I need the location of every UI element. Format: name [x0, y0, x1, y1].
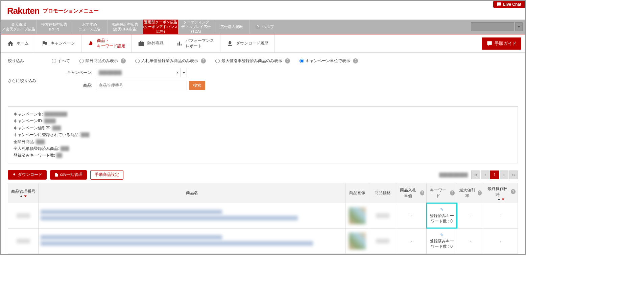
filter-label: 絞り込み — [8, 58, 52, 64]
flag-icon — [41, 40, 48, 47]
table-row: - ✎ 登録済みキーワード数 : 0 - - — [8, 203, 518, 228]
subnav-product-keyword[interactable]: 商品・キーワード設定 — [81, 34, 132, 52]
radio-bid[interactable]: 入札単価登録済み商品のみ表示? — [135, 58, 206, 64]
pager-prev[interactable]: ‹ — [481, 170, 490, 179]
user-name-box — [471, 22, 514, 31]
subnav-campaign[interactable]: キャンペーン — [35, 34, 81, 52]
sort-asc-icon[interactable] — [20, 195, 23, 197]
chart-icon — [176, 40, 183, 47]
radio-campaign[interactable]: キャンペーン単位で表示? — [300, 58, 358, 64]
col-date[interactable]: 最終操作日時? — [484, 183, 518, 203]
subnav-performance[interactable]: パフォーマンスレポート — [170, 34, 220, 52]
live-chat-label: Live Chat — [503, 2, 521, 7]
campaign-info-box: キャンペーン名: ████████ キャンペーンID: ████ キャンペーン値… — [8, 106, 518, 163]
chevron-down-icon — [183, 72, 185, 74]
product-input-label: 商品: — [52, 83, 96, 88]
subnav-download-history[interactable]: ダウンロード履歴 — [220, 34, 275, 52]
sub-filter-label: さらに絞り込み — [8, 78, 52, 84]
radio-excluded[interactable]: 除外商品のみ表示? — [79, 58, 126, 64]
pager-first[interactable]: ‹‹ — [471, 170, 480, 179]
cell-date: - — [484, 203, 518, 228]
help-icon[interactable]: ? — [450, 190, 455, 195]
sub-nav: ホーム キャンペーン 商品・キーワード設定 除外商品 パフォーマンスレポート ダ… — [1, 34, 525, 53]
help-icon[interactable]: ? — [353, 58, 358, 63]
col-name: 商品名 — [39, 183, 345, 203]
help-link[interactable]: ? ヘルプ — [249, 20, 279, 34]
guide-icon — [486, 41, 493, 47]
edit-icon[interactable]: ✎ — [429, 233, 455, 238]
sort-desc-icon[interactable] — [24, 195, 27, 197]
dropdown-toggle[interactable] — [181, 68, 187, 77]
cell-price — [369, 203, 396, 228]
help-icon[interactable]: ? — [285, 58, 290, 63]
radio-all[interactable]: すべて — [52, 58, 70, 64]
chevron-down-icon — [518, 26, 520, 28]
user-menu[interactable] — [471, 20, 525, 34]
clear-icon[interactable]: x — [174, 70, 181, 75]
nav-rakuten-group[interactable]: 楽天市場／楽天グループ広告 — [1, 20, 37, 34]
manual-product-button[interactable]: 手動商品設定 — [90, 170, 123, 180]
chat-icon — [497, 2, 501, 7]
cell-date: - — [484, 228, 518, 254]
nav-rpp[interactable]: 検索連動型広告(RPP) — [37, 20, 72, 34]
rocket-icon — [88, 40, 94, 47]
help-icon[interactable]: ? — [201, 58, 206, 63]
cell-image — [345, 228, 369, 254]
col-price: 商品価格 — [369, 183, 396, 203]
nav-coupon-advance[interactable]: 運用型クーポン広告(クーポンアドバンス広告) — [143, 20, 178, 34]
cell-discount: - — [457, 228, 484, 254]
briefcase-icon — [138, 40, 145, 47]
help-icon[interactable]: ? — [511, 189, 516, 194]
help-icon[interactable]: ? — [478, 190, 482, 195]
help-icon[interactable]: ? — [420, 190, 424, 195]
nav-news[interactable]: おすすめニュース広告 — [72, 20, 108, 34]
action-bar: ダウンロード csv一括管理 手動商品設定 ██████████ ‹‹ ‹ 1 … — [1, 170, 525, 183]
home-icon — [7, 40, 14, 47]
pager: ‹‹ ‹ 1 › ›› — [471, 170, 518, 179]
campaign-select-value: ████████ — [96, 70, 174, 75]
cell-bid: - — [396, 228, 427, 254]
cell-keyword[interactable]: ✎ 登録済みキーワード数 : 0 — [427, 228, 457, 254]
help-icon[interactable]: ? — [121, 58, 126, 63]
cell-discount: - — [457, 203, 484, 228]
edit-icon[interactable]: ✎ — [429, 207, 455, 213]
user-dropdown-toggle[interactable] — [515, 22, 523, 31]
col-bid: 商品入札単価? — [396, 183, 427, 203]
filter-panel: 絞り込み すべて 除外商品のみ表示? 入札単価登録済み商品のみ表示? 最大値引率… — [1, 53, 525, 103]
logo: Rakuten — [7, 6, 40, 16]
sort-asc-icon[interactable] — [498, 199, 500, 200]
download-icon — [226, 40, 233, 47]
pager-next[interactable]: › — [500, 170, 508, 179]
filter-radio-group: すべて 除外商品のみ表示? 入札単価登録済み商品のみ表示? 最大値引率登録済み商… — [52, 58, 358, 64]
radio-discount[interactable]: 最大値引率登録済み商品のみ表示? — [215, 58, 290, 64]
nav-cpa[interactable]: 効果保証型広告(楽天CPA広告) — [108, 20, 143, 34]
col-id[interactable]: 商品管理番号 — [8, 183, 39, 203]
cell-keyword-highlighted[interactable]: ✎ 登録済みキーワード数 : 0 — [427, 203, 457, 228]
cell-image — [345, 203, 369, 228]
help-icon: ? — [255, 24, 260, 29]
sort-desc-icon[interactable] — [502, 199, 504, 200]
header: Rakuten プロモーションメニュー — [1, 1, 525, 20]
nav-purchase-history[interactable]: 広告購入履歴 — [214, 20, 249, 34]
subnav-excluded[interactable]: 除外商品 — [132, 34, 170, 52]
subnav-home[interactable]: ホーム — [1, 34, 35, 52]
csv-button[interactable]: csv一括管理 — [50, 170, 87, 180]
product-id-input[interactable] — [96, 81, 187, 90]
live-chat-button[interactable]: Live Chat — [493, 1, 525, 8]
pager-info: ██████████ — [439, 173, 468, 177]
cell-name[interactable] — [39, 228, 345, 254]
col-image: 商品画像 — [345, 183, 369, 203]
col-keyword: キーワード? — [427, 183, 457, 203]
pager-page-1[interactable]: 1 — [490, 170, 499, 179]
search-button[interactable]: 検索 — [189, 81, 205, 90]
campaign-select[interactable]: ████████ x — [96, 68, 187, 77]
guide-button[interactable]: 手順ガイド — [482, 37, 521, 50]
cell-name[interactable] — [39, 203, 345, 228]
products-table: 商品管理番号 商品名 商品画像 商品価格 商品入札単価? キーワード? 最大値引… — [8, 183, 518, 254]
nav-tda[interactable]: ターゲティングディスプレイ広告(TDA) — [178, 20, 214, 34]
pager-last[interactable]: ›› — [509, 170, 518, 179]
campaign-select-label: キャンペーン: — [52, 70, 96, 76]
cell-id — [8, 203, 39, 228]
download-button[interactable]: ダウンロード — [8, 170, 47, 180]
page-title: プロモーションメニュー — [43, 8, 99, 14]
